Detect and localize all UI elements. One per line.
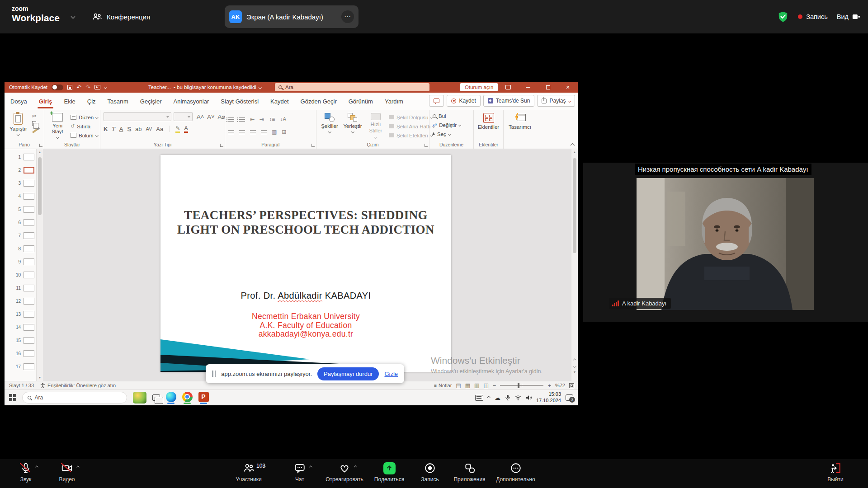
ribbon-tab[interactable]: Görünüm bbox=[343, 93, 379, 110]
ribbon-tab[interactable]: Tasarım bbox=[102, 93, 134, 110]
slide-thumbnail[interactable] bbox=[24, 180, 34, 187]
comments-button[interactable] bbox=[429, 95, 444, 107]
slide-thumbnail[interactable] bbox=[24, 285, 34, 291]
slide-thumbnail-row[interactable]: 15 bbox=[5, 337, 34, 344]
decrease-indent-button[interactable]: ⇤ bbox=[250, 117, 255, 122]
customize-toolbar-chevron-icon[interactable] bbox=[104, 86, 107, 89]
slide-thumbnail-row[interactable]: 16 bbox=[5, 350, 34, 357]
zoom-out-button[interactable]: − bbox=[493, 382, 496, 389]
more-button[interactable]: Дополнительно bbox=[490, 462, 542, 483]
ribbon-tab[interactable]: Kaydet bbox=[264, 93, 294, 110]
slide-thumbnail[interactable] bbox=[24, 350, 34, 357]
slide-thumbnail[interactable] bbox=[24, 324, 34, 331]
font-size-combobox[interactable] bbox=[174, 112, 193, 121]
zoom-slider-thumb[interactable] bbox=[518, 383, 519, 388]
cut-icon[interactable]: ✂ bbox=[32, 113, 38, 119]
audio-button[interactable]: Звук bbox=[12, 462, 39, 483]
paste-button[interactable]: Yapıştır bbox=[8, 112, 29, 141]
clear-formatting-button[interactable]: A⌀ bbox=[218, 113, 226, 120]
smartart-convert-button[interactable]: ⊞ bbox=[282, 129, 286, 135]
scrollbar-thumb[interactable] bbox=[573, 158, 576, 253]
chat-options-chev-icon[interactable] bbox=[309, 466, 312, 469]
slide-thumbnail[interactable] bbox=[24, 154, 34, 160]
increase-indent-button[interactable]: ⇥ bbox=[259, 117, 264, 122]
record-presentation-button[interactable]: Kaydet bbox=[447, 95, 480, 107]
slide-thumbnail-row[interactable]: 1 bbox=[5, 154, 34, 161]
font-dialog-launcher[interactable] bbox=[220, 144, 223, 147]
align-center-button[interactable] bbox=[239, 130, 245, 131]
ribbon-tab[interactable]: Geçişler bbox=[134, 93, 168, 110]
text-shadow-button[interactable]: S bbox=[127, 126, 131, 132]
start-button[interactable] bbox=[9, 394, 16, 401]
share-button[interactable]: Paylaş bbox=[537, 95, 575, 107]
text-direction-button[interactable]: ↓A bbox=[280, 117, 286, 122]
share-screen-button[interactable]: Поделиться bbox=[369, 462, 410, 483]
align-right-button[interactable] bbox=[250, 130, 256, 131]
accessibility-checker[interactable]: Erişilebilirlik: Önerilere göz atın bbox=[40, 383, 116, 388]
maximize-button[interactable] bbox=[538, 82, 558, 93]
notes-button[interactable]: ≡Notlar bbox=[434, 383, 452, 388]
network-wifi-icon[interactable] bbox=[515, 395, 521, 400]
view-button[interactable]: Вид bbox=[837, 13, 860, 20]
section-button[interactable]: Bölüm bbox=[71, 131, 98, 139]
zoom-level[interactable]: %72 bbox=[555, 383, 565, 388]
ribbon-display-options-button[interactable] bbox=[498, 82, 518, 93]
scrollbar-thumb[interactable] bbox=[38, 157, 42, 215]
slide-thumbnail[interactable] bbox=[24, 311, 34, 318]
font-name-combobox[interactable] bbox=[104, 112, 171, 121]
slide-thumbnail-row[interactable]: 13 bbox=[5, 311, 34, 318]
slide-thumbnail[interactable] bbox=[24, 363, 34, 370]
participants-button[interactable]: 103 Участники bbox=[228, 462, 269, 483]
video-button[interactable]: Видео bbox=[53, 462, 80, 483]
slide-thumbnail-row[interactable]: 6 bbox=[5, 219, 34, 226]
slide-thumbnail[interactable] bbox=[24, 298, 34, 305]
grow-font-button[interactable]: A˄ bbox=[197, 113, 204, 120]
document-title[interactable]: Teacher... • bu bilgisayar konumuna kayd… bbox=[148, 82, 261, 93]
notifications-icon[interactable]: 3 bbox=[566, 394, 573, 401]
chat-button[interactable]: Чат bbox=[286, 462, 313, 483]
italic-button[interactable]: T bbox=[112, 125, 115, 132]
format-painter-icon[interactable] bbox=[32, 129, 38, 133]
copy-icon[interactable] bbox=[32, 121, 36, 126]
thumbnail-panel-scrollbar[interactable]: ▲ ▼ bbox=[36, 149, 43, 381]
video-options-chevron-icon[interactable] bbox=[76, 466, 79, 469]
scroll-down-icon[interactable]: ▼ bbox=[573, 371, 576, 374]
reactions-options-chevron-icon[interactable] bbox=[354, 466, 357, 469]
audio-options-chevron-icon[interactable] bbox=[35, 466, 38, 469]
start-slideshow-icon[interactable] bbox=[94, 85, 100, 89]
slide-thumbnail-row[interactable]: 12 bbox=[5, 298, 34, 305]
reset-button[interactable]: ↺Sıfırla bbox=[71, 122, 98, 130]
slide-thumbnail[interactable] bbox=[24, 193, 34, 200]
shapes-button[interactable]: Şekiller bbox=[320, 112, 340, 141]
shape-outline-button[interactable]: Şekil Ana Hattı bbox=[389, 122, 435, 130]
taskbar-clock[interactable]: 15:03 17.10.2024 bbox=[536, 391, 561, 404]
find-button[interactable]: Bul bbox=[433, 112, 446, 120]
layout-button[interactable]: Düzen bbox=[71, 113, 98, 121]
slide-thumbnail[interactable] bbox=[24, 272, 34, 278]
canvas-scrollbar[interactable]: ▲ ▼ bbox=[571, 149, 578, 381]
designer-button[interactable]: Tasarımcı bbox=[507, 112, 533, 141]
taskbar-app-powerpoint[interactable]: P bbox=[198, 392, 209, 404]
tab-shared-screen[interactable]: AK Экран (A kadir Kabadayı) ⋯ bbox=[225, 5, 359, 28]
ribbon-tab[interactable]: Yardım bbox=[379, 93, 409, 110]
highlight-color-button[interactable]: ✎ bbox=[175, 125, 180, 133]
replace-button[interactable]: ⇄Değiştir bbox=[433, 121, 461, 129]
widgets-weather-icon[interactable] bbox=[133, 392, 146, 404]
slideshow-view-button[interactable]: ◫ bbox=[483, 383, 488, 388]
hide-banner-link[interactable]: Gizle bbox=[384, 371, 398, 377]
slide-thumbnail-row[interactable]: 17 bbox=[5, 363, 34, 371]
sign-in-button[interactable]: Oturum açın bbox=[460, 83, 498, 91]
security-shield-icon[interactable] bbox=[777, 10, 789, 23]
strikethrough-button[interactable]: ab bbox=[135, 126, 142, 132]
ribbon-tab[interactable]: Animasyonlar bbox=[167, 93, 215, 110]
reading-view-button[interactable]: ▥ bbox=[474, 383, 479, 388]
workspace-dropdown-chevron-icon[interactable] bbox=[71, 14, 75, 19]
onedrive-cloud-icon[interactable]: ☁ bbox=[495, 395, 500, 401]
font-color-button[interactable]: A bbox=[184, 125, 188, 133]
shape-effects-button[interactable]: Şekil Efektleri bbox=[389, 131, 435, 139]
taskbar-search-box[interactable]: Ara bbox=[22, 392, 127, 404]
shrink-font-button[interactable]: A˅ bbox=[207, 113, 214, 120]
participant-video[interactable] bbox=[637, 178, 814, 310]
slide-thumbnail-row[interactable]: 4 bbox=[5, 193, 34, 200]
shape-fill-button[interactable]: Şekil Dolgusu bbox=[389, 113, 435, 121]
